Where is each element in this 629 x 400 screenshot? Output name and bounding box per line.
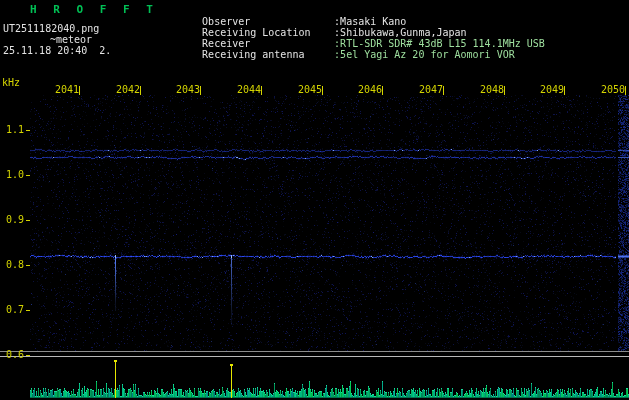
- y-tick-label: 0.9: [2, 214, 24, 225]
- x-tick-label: 2042: [116, 84, 140, 95]
- x-tick-label: 2043: [176, 84, 200, 95]
- info-row-antenna: Receiving antenna:5el Yagi Az 20 for Aom…: [178, 38, 515, 71]
- capture-datetime: 25.11.18 20:40 2.: [3, 45, 111, 56]
- x-tick-label: 2047: [419, 84, 443, 95]
- x-tick-label: 2050: [601, 84, 625, 95]
- capture-filename: UT2511182040.png: [3, 23, 99, 34]
- y-axis-unit-label: kHz: [2, 77, 20, 88]
- x-tick-label: 2044: [237, 84, 261, 95]
- y-tick-label: 0.6: [2, 349, 24, 360]
- x-tick-label: 2048: [480, 84, 504, 95]
- x-tick-label: 2046: [358, 84, 382, 95]
- app-title: H R O F F T: [30, 4, 158, 15]
- x-tick-label: 2045: [298, 84, 322, 95]
- y-tick-label: 1.0: [2, 169, 24, 180]
- capture-note: ~meteor: [50, 34, 92, 45]
- antenna-label: Receiving antenna: [202, 49, 334, 60]
- hrofft-screen: H R O F F T UT2511182040.png ~meteor 25.…: [0, 0, 629, 400]
- antenna-value: :5el Yagi Az 20 for Aomori VOR: [334, 49, 515, 60]
- y-tick-label: 1.1: [2, 124, 24, 135]
- y-tick-label: 0.8: [2, 259, 24, 270]
- y-tick-label: 0.7: [2, 304, 24, 315]
- x-tick-label: 2041: [55, 84, 79, 95]
- x-tick-label: 2049: [540, 84, 564, 95]
